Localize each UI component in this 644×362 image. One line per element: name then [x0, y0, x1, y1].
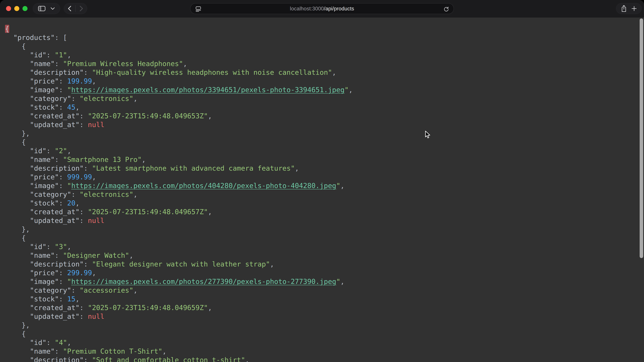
json-string-value: "3"	[55, 243, 67, 251]
json-punct: ,	[340, 182, 344, 190]
json-key: "updated_at"	[30, 312, 80, 321]
json-punct: : [	[55, 33, 67, 41]
json-link-url[interactable]: https://images.pexels.com/photos/404280/…	[71, 182, 336, 190]
json-indent	[5, 121, 30, 129]
page-content[interactable]: { "products": [ { "id": "1", "name": "Pr…	[0, 17, 644, 362]
json-indent	[5, 112, 30, 120]
json-string-value: "Designer Watch"	[63, 251, 129, 259]
url-host: localhost:3000	[290, 6, 324, 11]
json-string-value: "2025-07-23T15:49:48.049657Z"	[88, 208, 208, 216]
json-indent	[5, 33, 13, 41]
chevron-down-icon[interactable]	[50, 7, 55, 10]
json-key: "name"	[30, 347, 55, 355]
json-punct: ,	[183, 60, 187, 68]
json-quote: "	[344, 86, 349, 94]
json-line: },	[5, 129, 644, 138]
json-line: "updated_at": null	[5, 216, 644, 225]
json-indent	[5, 286, 30, 294]
json-indent	[5, 269, 30, 277]
json-indent	[5, 347, 30, 355]
json-punct: :	[84, 68, 92, 76]
screen: localhost:3000/api/products	[0, 0, 644, 362]
json-punct: ,	[295, 164, 299, 172]
json-punct: {	[5, 138, 26, 146]
json-key: "category"	[30, 94, 71, 103]
json-line: },	[5, 321, 644, 330]
json-punct: ,	[332, 68, 336, 76]
json-punct: :	[55, 251, 63, 259]
json-string-value: "High-quality wireless headphones with n…	[92, 68, 332, 76]
json-line: "name": "Designer Watch",	[5, 251, 644, 260]
json-key: "category"	[30, 286, 71, 294]
json-key: "image"	[30, 182, 59, 190]
address-bar[interactable]: localhost:3000/api/products	[190, 3, 454, 14]
json-punct: ,	[208, 304, 212, 312]
json-line: "description": "Soft and comfortable cot…	[5, 356, 644, 362]
json-punct: :	[59, 269, 67, 277]
json-punct: ,	[67, 339, 71, 347]
json-indent	[5, 164, 30, 172]
json-punct: ,	[208, 208, 212, 216]
json-punct: ,	[67, 51, 71, 59]
json-indent	[5, 278, 30, 286]
json-punct: :	[71, 286, 80, 294]
json-indent	[5, 251, 30, 259]
page-settings-icon[interactable]	[195, 6, 202, 12]
json-line: {	[5, 42, 644, 51]
json-punct: :	[80, 208, 88, 216]
json-indent	[5, 339, 30, 347]
json-key: "name"	[30, 60, 55, 68]
json-link-url[interactable]: https://images.pexels.com/photos/277390/…	[71, 278, 336, 286]
json-indent	[5, 312, 30, 321]
forward-icon[interactable]	[80, 6, 83, 11]
json-quote: "	[67, 278, 71, 286]
json-punct: ,	[67, 147, 71, 155]
json-punct: :	[55, 156, 63, 164]
minimize-button[interactable]	[14, 6, 19, 11]
json-line: "id": "4",	[5, 338, 644, 347]
json-punct: :	[46, 147, 55, 155]
json-line: "name": "Premium Wireless Headphones",	[5, 59, 644, 68]
json-link-url[interactable]: https://images.pexels.com/photos/3394651…	[71, 86, 344, 94]
json-line: "price": 299.99,	[5, 269, 644, 277]
json-quote: "	[67, 86, 71, 94]
json-punct: :	[46, 243, 55, 251]
json-key: "price"	[30, 173, 59, 181]
json-punct: ,	[92, 77, 96, 85]
json-punct: ,	[245, 356, 250, 362]
json-indent	[5, 304, 30, 312]
vertical-scrollbar[interactable]	[640, 18, 643, 258]
actions-button-group	[616, 3, 642, 14]
reload-icon[interactable]	[443, 6, 449, 12]
json-quote: "	[336, 278, 340, 286]
json-punct: :	[71, 94, 80, 103]
share-icon[interactable]	[621, 5, 627, 12]
json-indent	[5, 190, 30, 198]
json-punct: ,	[67, 243, 71, 251]
back-icon[interactable]	[68, 6, 72, 11]
json-string-value: "2025-07-23T15:49:48.049653Z"	[88, 112, 208, 120]
json-key: "stock"	[30, 199, 59, 207]
json-punct: ,	[270, 260, 274, 268]
json-key: "name"	[30, 251, 55, 259]
json-punct: :	[84, 356, 92, 362]
json-line: "category": "electronics",	[5, 190, 644, 199]
json-key: "description"	[30, 356, 84, 362]
json-line: "price": 999.99,	[5, 173, 644, 181]
json-indent	[5, 60, 30, 68]
new-tab-icon[interactable]	[632, 6, 637, 11]
json-indent	[5, 199, 30, 207]
json-punct: :	[55, 60, 63, 68]
json-number-value: 999.99	[67, 173, 92, 181]
json-line: {	[5, 24, 644, 33]
close-button[interactable]	[6, 6, 11, 11]
json-indent	[5, 77, 30, 85]
sidebar-icon[interactable]	[38, 6, 46, 11]
json-line: "created_at": "2025-07-23T15:49:48.04965…	[5, 303, 644, 312]
json-punct: :	[71, 190, 80, 198]
json-punct: :	[80, 304, 88, 312]
json-string-value: "electronics"	[80, 94, 133, 103]
json-line: "created_at": "2025-07-23T15:49:48.04965…	[5, 207, 644, 216]
zoom-button[interactable]	[22, 6, 28, 11]
json-line: "stock": 15,	[5, 295, 644, 303]
